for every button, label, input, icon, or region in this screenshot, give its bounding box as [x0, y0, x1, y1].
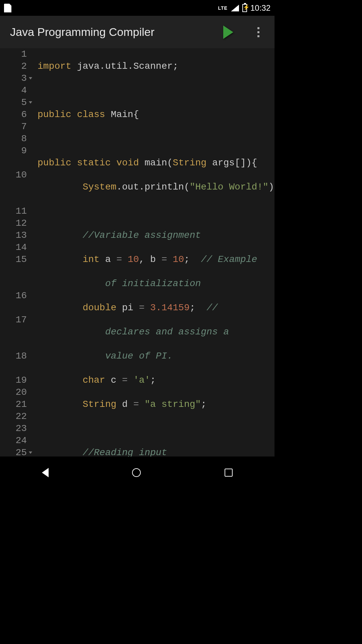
- nav-back-button[interactable]: [42, 468, 49, 477]
- network-lte-label: LTE: [218, 5, 228, 11]
- more-dot-icon: [257, 35, 259, 37]
- code-line[interactable]: [38, 85, 275, 97]
- nav-recent-button[interactable]: [225, 469, 233, 477]
- home-icon: [132, 468, 141, 477]
- line-number: 17: [0, 314, 27, 350]
- line-number: 20: [0, 386, 27, 398]
- line-number: 12: [0, 217, 27, 229]
- line-number: 24: [0, 435, 27, 447]
- status-left: [4, 4, 11, 12]
- code-area[interactable]: import java.util.Scanner; public class M…: [34, 48, 275, 457]
- line-number: 1: [0, 48, 27, 60]
- code-line[interactable]: public static void main(String args[]){: [38, 157, 275, 169]
- clock-text: 10:32: [250, 3, 270, 13]
- code-line[interactable]: declares and assigns a: [38, 326, 275, 338]
- line-number: 16: [0, 290, 27, 314]
- code-line[interactable]: char c = 'a';: [38, 374, 275, 386]
- line-number: 4: [0, 85, 27, 97]
- status-right: LTE 10:32: [218, 3, 270, 13]
- run-button[interactable]: [218, 22, 238, 42]
- line-number: 11: [0, 205, 27, 217]
- code-line[interactable]: [38, 205, 275, 217]
- more-dot-icon: [257, 27, 259, 29]
- line-number: 21: [0, 398, 27, 411]
- play-icon: [223, 25, 233, 39]
- signal-icon: [231, 5, 239, 11]
- line-number: 5: [0, 97, 27, 109]
- line-number: 23: [0, 423, 27, 435]
- code-line[interactable]: double pi = 3.14159; //: [38, 302, 275, 314]
- overflow-menu-button[interactable]: [248, 22, 268, 42]
- line-number: 22: [0, 411, 27, 423]
- line-number: 15: [0, 254, 27, 290]
- line-number: 13: [0, 229, 27, 241]
- line-number: 18: [0, 350, 27, 374]
- line-number: 8: [0, 133, 27, 145]
- line-number: 10: [0, 169, 27, 205]
- navigation-bar: [0, 457, 275, 488]
- code-line[interactable]: public class Main{: [38, 109, 275, 121]
- line-number-gutter: 1 2 3 4 5 6 7 8 9 10 11 12 13 14 15 16 1…: [0, 48, 34, 457]
- code-line[interactable]: int a = 10, b = 10; // Example: [38, 254, 275, 266]
- line-number: 6: [0, 109, 27, 121]
- status-bar: LTE 10:32: [0, 0, 275, 16]
- app-title: Java Programming Compiler: [10, 25, 155, 39]
- code-line[interactable]: //Reading input: [38, 447, 275, 457]
- line-number: 19: [0, 374, 27, 386]
- sd-card-icon: [4, 4, 11, 12]
- line-number: 7: [0, 121, 27, 133]
- battery-charging-icon: [242, 4, 247, 12]
- code-line[interactable]: [38, 133, 275, 145]
- line-number: 14: [0, 241, 27, 254]
- code-line[interactable]: import java.util.Scanner;: [38, 60, 275, 72]
- code-editor[interactable]: 1 2 3 4 5 6 7 8 9 10 11 12 13 14 15 16 1…: [0, 48, 275, 457]
- line-number: 2: [0, 60, 27, 72]
- code-line[interactable]: System.out.println("Hello World!");: [38, 181, 275, 193]
- code-line[interactable]: of initialization: [38, 278, 275, 290]
- code-line[interactable]: //Variable assignment: [38, 229, 275, 241]
- nav-home-button[interactable]: [132, 468, 141, 477]
- line-number: 9: [0, 145, 27, 169]
- recent-icon: [225, 469, 233, 477]
- code-line[interactable]: String d = "a string";: [38, 398, 275, 411]
- code-line[interactable]: value of PI.: [38, 350, 275, 362]
- app-bar: Java Programming Compiler: [0, 16, 275, 48]
- line-number: 3: [0, 72, 27, 85]
- back-icon: [42, 468, 49, 477]
- more-dot-icon: [257, 31, 259, 33]
- code-line[interactable]: [38, 423, 275, 435]
- app-actions: [218, 22, 275, 42]
